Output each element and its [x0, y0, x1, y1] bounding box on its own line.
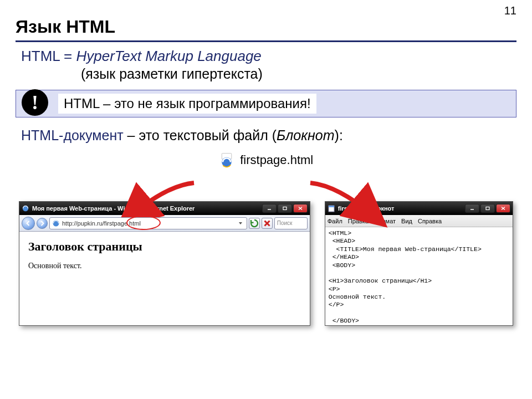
stop-button[interactable]: [262, 218, 273, 229]
ie-favicon-icon: [52, 219, 60, 227]
document-line: HTML-документ – это текстовый файл (Блок…: [21, 127, 516, 144]
ie-window: Моя первая Web-страница - Windows Intern…: [19, 201, 310, 326]
def-lhs: HTML =: [21, 48, 76, 64]
file-center: firstpage.html: [16, 152, 516, 168]
menu-view[interactable]: Вид: [401, 218, 412, 224]
minimize-button[interactable]: [465, 204, 479, 213]
maximize-button[interactable]: [480, 204, 495, 213]
svg-point-3: [23, 206, 29, 212]
exclamation-icon: !: [22, 89, 48, 116]
address-bar[interactable]: http://pupkin.ru/firstpage.html: [49, 217, 247, 229]
svg-rect-5: [283, 207, 287, 210]
page-number: 11: [504, 4, 516, 17]
arrow-right-icon: [305, 177, 388, 227]
menu-help[interactable]: Справка: [418, 218, 442, 224]
ie-content: Заголовок страницы Основной текст.: [19, 232, 310, 325]
page-heading: Заголовок страницы: [28, 239, 301, 254]
maximize-button[interactable]: [278, 204, 292, 213]
minimize-button[interactable]: [262, 204, 277, 213]
note-bar: ! HTML – это не язык программирования!: [16, 90, 516, 117]
annotation-circle: [126, 216, 161, 230]
doc-line-d: ):: [335, 127, 343, 143]
forward-button[interactable]: [37, 218, 48, 229]
doc-line-b: – это текстовый файл (: [124, 127, 277, 143]
svg-point-8: [53, 220, 59, 226]
ie-toolbar: http://pupkin.ru/firstpage.html Поиск: [19, 215, 310, 232]
svg-rect-14: [486, 207, 489, 210]
notepad-content[interactable]: <HTML> <HEAD> <TITLE>Моя первая Web-стра…: [325, 227, 513, 325]
page-paragraph: Основной текст.: [28, 262, 301, 270]
search-input[interactable]: Поиск: [274, 217, 308, 229]
slide-title: Язык HTML: [16, 17, 516, 37]
close-button[interactable]: [496, 204, 510, 213]
refresh-button[interactable]: [249, 218, 260, 229]
definition-translation: (язык разметки гипертекста): [81, 66, 516, 82]
note-text: HTML – это не язык программирования!: [58, 94, 316, 114]
back-button[interactable]: [22, 217, 35, 230]
definition-line: HTML = HyperText Markup Language: [21, 48, 516, 65]
file-name: firstpage.html: [240, 153, 313, 167]
doc-line-term: HTML-документ: [21, 127, 124, 143]
def-expansion: HyperText Markup Language: [76, 48, 261, 64]
ie-titlebar-icon: [22, 204, 29, 212]
search-placeholder: Поиск: [277, 220, 293, 226]
address-dropdown-icon[interactable]: [237, 218, 244, 229]
doc-line-app: Блокнот: [277, 127, 335, 143]
title-rule: [16, 40, 516, 42]
ie-file-icon: [219, 152, 234, 168]
